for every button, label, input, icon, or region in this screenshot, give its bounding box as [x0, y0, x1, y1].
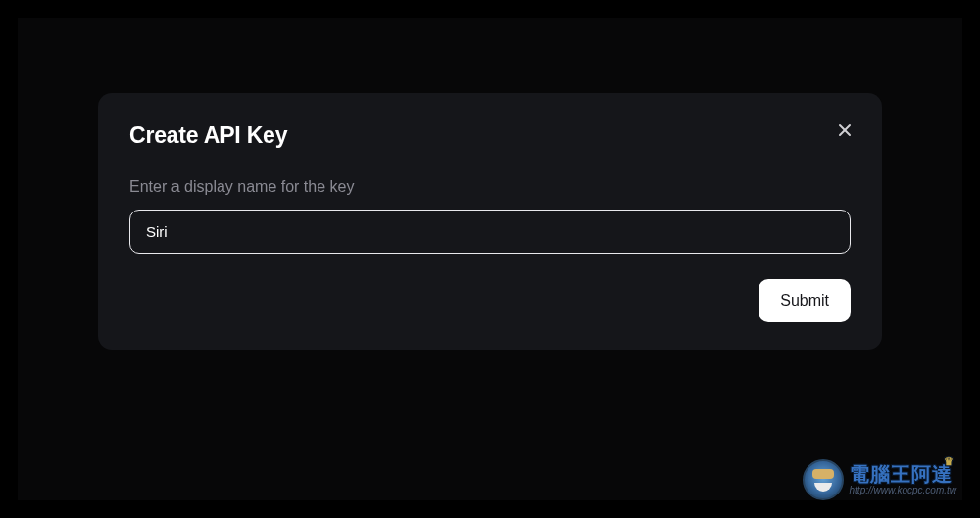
watermark-main-text: 電腦王阿達 ♛ — [850, 464, 953, 485]
crown-icon: ♛ — [944, 456, 955, 468]
watermark-url: http://www.kocpc.com.tw — [850, 486, 956, 496]
create-api-key-modal: Create API Key Enter a display name for … — [98, 93, 882, 350]
display-name-label: Enter a display name for the key — [129, 178, 851, 196]
modal-header: Create API Key — [129, 122, 851, 149]
watermark: 電腦王阿達 ♛ http://www.kocpc.com.tw — [803, 459, 956, 500]
display-name-input[interactable] — [129, 210, 851, 254]
modal-title: Create API Key — [129, 122, 287, 149]
modal-actions: Submit — [129, 279, 851, 322]
submit-button[interactable]: Submit — [759, 279, 851, 322]
close-button[interactable] — [835, 120, 855, 140]
close-icon — [837, 122, 853, 138]
watermark-avatar-icon — [803, 459, 844, 500]
watermark-text: 電腦王阿達 ♛ http://www.kocpc.com.tw — [850, 464, 956, 496]
